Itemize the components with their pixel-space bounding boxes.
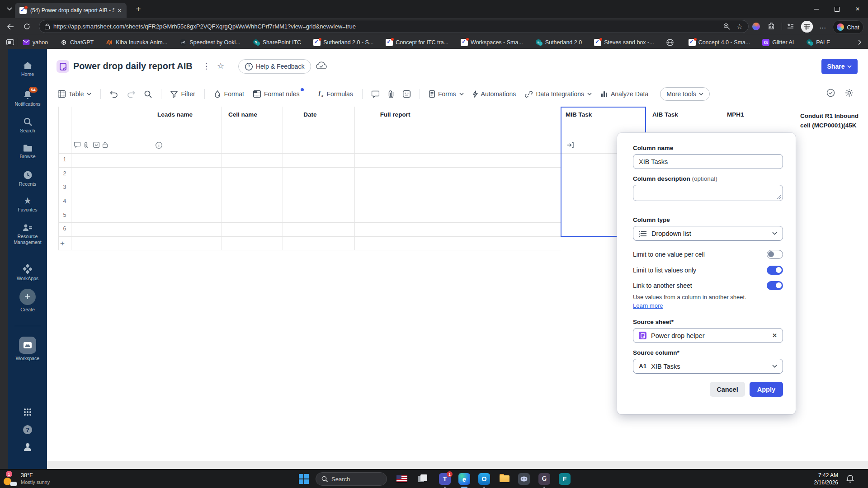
refresh-icon[interactable]	[20, 20, 33, 33]
automations-button[interactable]: Automations	[473, 90, 516, 98]
bookmark-globe[interactable]	[666, 39, 676, 46]
sidebar-item-browse[interactable]: Browse	[8, 145, 47, 160]
view-switcher-table[interactable]: Table	[58, 90, 91, 98]
row-number[interactable]: 5	[58, 212, 71, 218]
sidebar-item-workapps[interactable]: WorkApps	[8, 264, 47, 282]
start-button[interactable]	[299, 474, 309, 484]
copilot-chat-button[interactable]: Chat	[833, 20, 863, 34]
collections-icon[interactable]	[787, 23, 794, 30]
sidebar-account-button[interactable]	[8, 443, 47, 451]
add-row-button[interactable]: +	[58, 239, 67, 248]
sidebar-item-recents[interactable]: Recents	[8, 171, 47, 187]
favorite-star-icon[interactable]: ☆	[736, 22, 743, 31]
resize-grip-icon[interactable]	[777, 195, 781, 199]
browser-menu-icon[interactable]: ⋯	[819, 24, 826, 32]
tab-search-icon[interactable]	[4, 4, 15, 14]
column-header-conduit-r1[interactable]: Conduit R1 Inbound cell (MCP0001)(45K	[800, 111, 861, 130]
browser-tab[interactable]: ✓ (54) Power drop daily report AIB - S ✕	[15, 3, 127, 18]
bookmark-concept-for-itc[interactable]: ✓ Concept for ITC tra...	[386, 39, 448, 46]
search-sheet-button[interactable]	[144, 90, 152, 98]
undo-button[interactable]	[110, 91, 118, 98]
tab-groups-icon[interactable]	[6, 39, 14, 45]
format-button[interactable]: Format	[214, 90, 244, 98]
share-button[interactable]: Share	[821, 59, 858, 74]
minimize-button[interactable]	[806, 0, 826, 18]
bookmark-workspaces[interactable]: ✓ Workspaces - Sma...	[461, 39, 523, 46]
learn-more-link[interactable]: Learn more	[633, 302, 663, 309]
notification-bell-icon[interactable]	[846, 474, 854, 483]
link-another-sheet-toggle[interactable]	[767, 281, 783, 290]
row-number[interactable]: 1	[58, 156, 71, 163]
taskbar-clock[interactable]: 7:42 AM 2/16/2026	[800, 472, 838, 486]
teams-icon[interactable]: T 1	[439, 473, 451, 485]
task-view-button[interactable]	[418, 474, 429, 483]
column-header-cell-name[interactable]: Cell name	[228, 111, 257, 118]
taskbar-search-box[interactable]: Search	[316, 472, 387, 486]
bookmark-pale[interactable]: s PALE	[806, 39, 830, 46]
extensions-puzzle-icon[interactable]	[768, 23, 775, 30]
maximize-button[interactable]	[826, 0, 847, 18]
language-flag-icon[interactable]	[396, 475, 407, 482]
favorite-sheet-star-icon[interactable]: ☆	[217, 61, 224, 71]
column-description-textarea[interactable]	[633, 185, 783, 201]
sidebar-item-workspace[interactable]: Workspace	[8, 337, 47, 361]
sidebar-item-create[interactable]: + Create	[8, 289, 47, 313]
column-header-leads-name[interactable]: Leads name	[157, 111, 193, 118]
redo-button[interactable]	[127, 91, 135, 98]
row-number[interactable]: 3	[58, 184, 71, 190]
sidebar-item-search[interactable]: Search	[8, 117, 47, 134]
clear-source-sheet-icon[interactable]: ✕	[772, 332, 777, 339]
weather-widget[interactable]: 1 38°F Mostly sunny	[4, 471, 50, 486]
file-explorer-icon[interactable]	[499, 473, 510, 485]
bookmark-yahoo[interactable]: yahoo	[23, 39, 48, 46]
analyze-data-button[interactable]: Analyze Data	[601, 90, 648, 98]
filter-button[interactable]: Filter	[170, 90, 195, 98]
outlook-icon[interactable]: O	[478, 473, 490, 485]
tab-close-icon[interactable]: ✕	[117, 7, 122, 14]
sidebar-item-favorites[interactable]: ★ Favorites	[8, 196, 47, 213]
comments-button[interactable]	[372, 90, 379, 98]
bookmark-sutherland-2-0[interactable]: s Sutherland 2.0	[535, 39, 582, 46]
close-button[interactable]: ✕	[847, 0, 868, 18]
sidebar-item-notifications[interactable]: 54 Notifications	[8, 90, 47, 107]
bookmarks-overflow-icon[interactable]	[858, 39, 862, 45]
cancel-button[interactable]: Cancel	[710, 382, 745, 397]
limit-one-value-toggle[interactable]	[767, 250, 783, 259]
row-number[interactable]: 4	[58, 198, 71, 204]
sidebar-help-button[interactable]: ?	[8, 425, 47, 434]
bookmark-speedtest[interactable]: Speedtest by Ookl...	[179, 39, 241, 46]
sheet-sync-icon[interactable]	[826, 89, 835, 97]
attachments-button[interactable]	[388, 90, 394, 98]
row-number[interactable]: 6	[58, 225, 71, 232]
bookmark-steves-sand-box[interactable]: ✓ Steves sand box -...	[594, 39, 654, 46]
gear-icon[interactable]	[845, 89, 854, 97]
new-tab-button[interactable]: +	[133, 4, 144, 14]
horizontal-scrollbar-track[interactable]	[47, 461, 868, 469]
sheet-menu-icon[interactable]: ⋮	[203, 61, 210, 71]
profile-avatar[interactable]	[801, 21, 813, 33]
data-integrations-button[interactable]: Data Integrations	[525, 90, 592, 98]
sidebar-item-home[interactable]: Home	[8, 61, 47, 77]
more-tools-button[interactable]: More tools	[660, 87, 709, 101]
url-bar[interactable]: https://app.smartsheet.com/sheets/qFR2pG…	[39, 20, 749, 33]
bookmark-chatgpt[interactable]: ChatGPT	[60, 39, 94, 46]
discord-icon[interactable]	[518, 473, 530, 485]
column-header-date[interactable]: Date	[303, 111, 316, 118]
formulas-button[interactable]: ƒx Formulas	[318, 90, 353, 98]
teams-free-icon[interactable]: F	[559, 473, 571, 485]
help-feedback-button[interactable]: ? Help & Feedback	[238, 59, 311, 74]
bookmark-sutherland-2-0-s[interactable]: ✓ Sutherland 2.0 - S...	[313, 39, 373, 46]
row-number[interactable]: 2	[58, 170, 71, 177]
source-column-select[interactable]: A1 XIB Tasks	[633, 359, 783, 374]
source-sheet-field[interactable]: Power drop helper ✕	[633, 328, 783, 343]
bookmark-glitter-ai[interactable]: G Glitter AI	[762, 39, 794, 46]
limit-list-values-toggle[interactable]	[767, 266, 783, 275]
edge-icon[interactable]: e	[458, 473, 470, 485]
column-name-input[interactable]: XIB Tasks	[633, 154, 783, 169]
column-header-full-report[interactable]: Full report	[380, 111, 410, 118]
column-header-aib-task[interactable]: AIB Task	[652, 111, 678, 118]
zoom-page-icon[interactable]	[723, 23, 730, 30]
column-header-mph1[interactable]: MPH1	[727, 111, 744, 118]
proofs-button[interactable]	[403, 90, 410, 98]
bookmark-kiba[interactable]: Kiba Inuzuka Anim...	[106, 39, 167, 46]
